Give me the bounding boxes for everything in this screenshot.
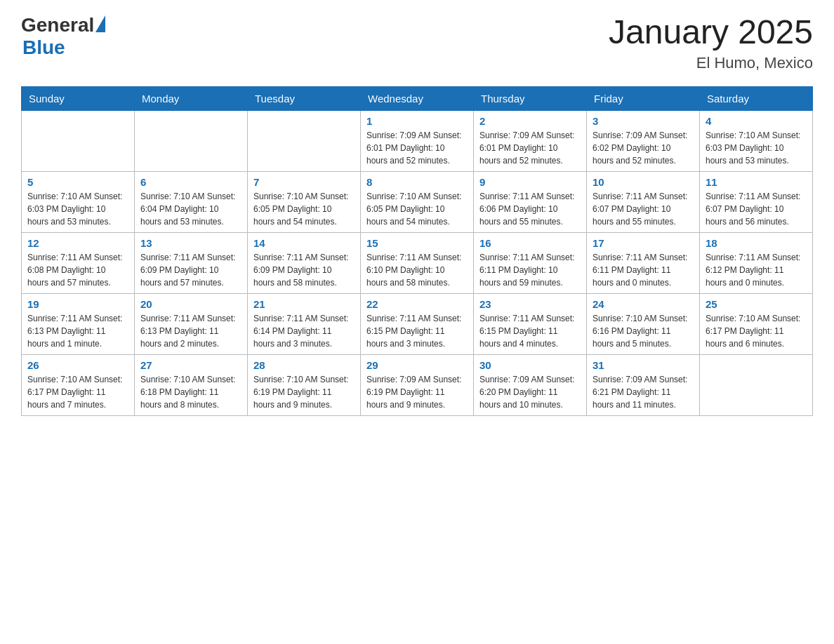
day-info: Sunrise: 7:09 AM Sunset: 6:20 PM Dayligh…	[479, 373, 581, 411]
day-info: Sunrise: 7:10 AM Sunset: 6:17 PM Dayligh…	[27, 373, 128, 411]
calendar-week-row: 1Sunrise: 7:09 AM Sunset: 6:01 PM Daylig…	[22, 110, 813, 171]
day-info: Sunrise: 7:11 AM Sunset: 6:09 PM Dayligh…	[140, 251, 241, 289]
day-number: 6	[140, 176, 241, 188]
page-header: General Blue January 2025 El Humo, Mexic…	[21, 14, 813, 72]
day-info: Sunrise: 7:11 AM Sunset: 6:08 PM Dayligh…	[27, 251, 128, 289]
calendar-week-row: 5Sunrise: 7:10 AM Sunset: 6:03 PM Daylig…	[22, 171, 813, 232]
calendar-cell: 20Sunrise: 7:11 AM Sunset: 6:13 PM Dayli…	[135, 293, 248, 354]
day-number: 27	[140, 359, 241, 371]
day-number: 28	[253, 359, 355, 371]
day-number: 21	[253, 298, 355, 310]
calendar-cell: 14Sunrise: 7:11 AM Sunset: 6:09 PM Dayli…	[248, 232, 361, 293]
day-number: 1	[366, 115, 468, 127]
day-number: 19	[27, 298, 128, 310]
day-number: 5	[27, 176, 128, 188]
calendar-cell: 16Sunrise: 7:11 AM Sunset: 6:11 PM Dayli…	[474, 232, 587, 293]
day-info: Sunrise: 7:09 AM Sunset: 6:02 PM Dayligh…	[593, 129, 694, 167]
calendar-cell: 9Sunrise: 7:11 AM Sunset: 6:06 PM Daylig…	[474, 171, 587, 232]
calendar-cell: 17Sunrise: 7:11 AM Sunset: 6:11 PM Dayli…	[587, 232, 700, 293]
day-number: 29	[366, 359, 468, 371]
day-number: 12	[27, 237, 128, 249]
day-info: Sunrise: 7:11 AM Sunset: 6:13 PM Dayligh…	[140, 312, 241, 350]
day-number: 24	[593, 298, 694, 310]
day-info: Sunrise: 7:10 AM Sunset: 6:17 PM Dayligh…	[706, 312, 807, 350]
day-number: 9	[479, 176, 581, 188]
calendar-cell: 7Sunrise: 7:10 AM Sunset: 6:05 PM Daylig…	[248, 171, 361, 232]
logo-general-text: General	[21, 14, 94, 36]
day-info: Sunrise: 7:11 AM Sunset: 6:11 PM Dayligh…	[593, 251, 694, 289]
calendar-cell: 25Sunrise: 7:10 AM Sunset: 6:17 PM Dayli…	[700, 293, 813, 354]
calendar-cell	[135, 110, 248, 171]
day-info: Sunrise: 7:11 AM Sunset: 6:11 PM Dayligh…	[479, 251, 581, 289]
day-number: 17	[593, 237, 694, 249]
day-info: Sunrise: 7:11 AM Sunset: 6:09 PM Dayligh…	[253, 251, 355, 289]
day-info: Sunrise: 7:11 AM Sunset: 6:14 PM Dayligh…	[253, 312, 355, 350]
day-info: Sunrise: 7:10 AM Sunset: 6:19 PM Dayligh…	[253, 373, 355, 411]
calendar-week-row: 12Sunrise: 7:11 AM Sunset: 6:08 PM Dayli…	[22, 232, 813, 293]
calendar-cell: 1Sunrise: 7:09 AM Sunset: 6:01 PM Daylig…	[361, 110, 474, 171]
calendar-cell: 18Sunrise: 7:11 AM Sunset: 6:12 PM Dayli…	[700, 232, 813, 293]
day-number: 25	[706, 298, 807, 310]
day-info: Sunrise: 7:11 AM Sunset: 6:07 PM Dayligh…	[706, 190, 807, 228]
day-info: Sunrise: 7:09 AM Sunset: 6:19 PM Dayligh…	[366, 373, 468, 411]
day-info: Sunrise: 7:11 AM Sunset: 6:12 PM Dayligh…	[706, 251, 807, 289]
weekday-header-wednesday: Wednesday	[361, 86, 474, 110]
calendar-header: SundayMondayTuesdayWednesdayThursdayFrid…	[22, 86, 813, 110]
day-info: Sunrise: 7:10 AM Sunset: 6:03 PM Dayligh…	[27, 190, 128, 228]
day-info: Sunrise: 7:11 AM Sunset: 6:13 PM Dayligh…	[27, 312, 128, 350]
title-block: January 2025 El Humo, Mexico	[609, 14, 813, 72]
day-number: 15	[366, 237, 468, 249]
calendar-cell	[248, 110, 361, 171]
weekday-header-row: SundayMondayTuesdayWednesdayThursdayFrid…	[22, 86, 813, 110]
weekday-header-tuesday: Tuesday	[248, 86, 361, 110]
calendar-cell: 27Sunrise: 7:10 AM Sunset: 6:18 PM Dayli…	[135, 354, 248, 415]
calendar-cell: 26Sunrise: 7:10 AM Sunset: 6:17 PM Dayli…	[22, 354, 135, 415]
day-number: 3	[593, 115, 694, 127]
day-number: 30	[479, 359, 581, 371]
day-info: Sunrise: 7:11 AM Sunset: 6:15 PM Dayligh…	[479, 312, 581, 350]
day-number: 8	[366, 176, 468, 188]
calendar-cell: 4Sunrise: 7:10 AM Sunset: 6:03 PM Daylig…	[700, 110, 813, 171]
day-info: Sunrise: 7:10 AM Sunset: 6:18 PM Dayligh…	[140, 373, 241, 411]
day-info: Sunrise: 7:10 AM Sunset: 6:16 PM Dayligh…	[593, 312, 694, 350]
weekday-header-saturday: Saturday	[700, 86, 813, 110]
day-info: Sunrise: 7:10 AM Sunset: 6:03 PM Dayligh…	[706, 129, 807, 167]
calendar-cell: 11Sunrise: 7:11 AM Sunset: 6:07 PM Dayli…	[700, 171, 813, 232]
day-number: 16	[479, 237, 581, 249]
day-info: Sunrise: 7:10 AM Sunset: 6:05 PM Dayligh…	[253, 190, 355, 228]
day-info: Sunrise: 7:11 AM Sunset: 6:15 PM Dayligh…	[366, 312, 468, 350]
day-number: 26	[27, 359, 128, 371]
calendar-week-row: 19Sunrise: 7:11 AM Sunset: 6:13 PM Dayli…	[22, 293, 813, 354]
calendar-week-row: 26Sunrise: 7:10 AM Sunset: 6:17 PM Dayli…	[22, 354, 813, 415]
day-info: Sunrise: 7:11 AM Sunset: 6:07 PM Dayligh…	[593, 190, 694, 228]
day-number: 13	[140, 237, 241, 249]
calendar-cell	[700, 354, 813, 415]
calendar-cell: 8Sunrise: 7:10 AM Sunset: 6:05 PM Daylig…	[361, 171, 474, 232]
logo-blue-text: Blue	[22, 36, 65, 59]
calendar-cell: 29Sunrise: 7:09 AM Sunset: 6:19 PM Dayli…	[361, 354, 474, 415]
logo-triangle-icon	[95, 15, 105, 32]
calendar-cell: 15Sunrise: 7:11 AM Sunset: 6:10 PM Dayli…	[361, 232, 474, 293]
day-info: Sunrise: 7:09 AM Sunset: 6:01 PM Dayligh…	[366, 129, 468, 167]
day-info: Sunrise: 7:10 AM Sunset: 6:05 PM Dayligh…	[366, 190, 468, 228]
calendar-cell: 3Sunrise: 7:09 AM Sunset: 6:02 PM Daylig…	[587, 110, 700, 171]
calendar-cell: 23Sunrise: 7:11 AM Sunset: 6:15 PM Dayli…	[474, 293, 587, 354]
day-number: 31	[593, 359, 694, 371]
day-info: Sunrise: 7:10 AM Sunset: 6:04 PM Dayligh…	[140, 190, 241, 228]
day-number: 23	[479, 298, 581, 310]
calendar-cell: 12Sunrise: 7:11 AM Sunset: 6:08 PM Dayli…	[22, 232, 135, 293]
day-number: 11	[706, 176, 807, 188]
calendar-cell	[22, 110, 135, 171]
calendar-subtitle: El Humo, Mexico	[609, 54, 813, 72]
weekday-header-sunday: Sunday	[22, 86, 135, 110]
calendar-cell: 2Sunrise: 7:09 AM Sunset: 6:01 PM Daylig…	[474, 110, 587, 171]
day-info: Sunrise: 7:09 AM Sunset: 6:21 PM Dayligh…	[593, 373, 694, 411]
day-number: 22	[366, 298, 468, 310]
weekday-header-monday: Monday	[135, 86, 248, 110]
calendar-title: January 2025	[609, 14, 813, 51]
day-number: 4	[706, 115, 807, 127]
calendar-cell: 22Sunrise: 7:11 AM Sunset: 6:15 PM Dayli…	[361, 293, 474, 354]
day-info: Sunrise: 7:09 AM Sunset: 6:01 PM Dayligh…	[479, 129, 581, 167]
calendar-cell: 30Sunrise: 7:09 AM Sunset: 6:20 PM Dayli…	[474, 354, 587, 415]
calendar-cell: 13Sunrise: 7:11 AM Sunset: 6:09 PM Dayli…	[135, 232, 248, 293]
